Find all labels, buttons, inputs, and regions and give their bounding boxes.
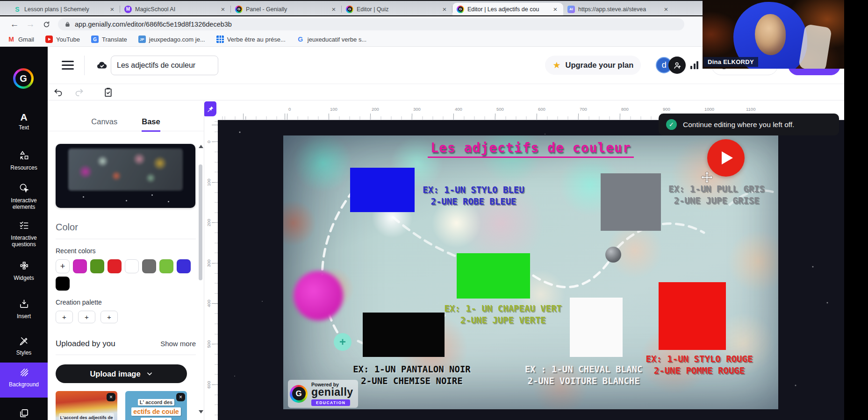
- scrollbar-thumb[interactable]: [199, 164, 202, 280]
- bokeh-blob: [294, 271, 343, 320]
- recent-color-swatch[interactable]: [159, 259, 173, 273]
- blanc-square[interactable]: [570, 298, 623, 357]
- tab-canvas[interactable]: Canvas: [91, 117, 117, 131]
- sidebar-item-text[interactable]: A Text: [0, 107, 48, 131]
- recent-color-swatch[interactable]: [177, 259, 191, 273]
- google-icon: [297, 36, 304, 43]
- rouge-example-text[interactable]: EX: 1-UN STYLO ROUGE2-UNE POMME ROUGE: [641, 353, 758, 377]
- bookmark-item[interactable]: jeuxeducatif verbe s...: [297, 36, 366, 43]
- bleu-example-text[interactable]: EX: 1-UN STYLO BLEU2-UNE ROBE BLEUE: [417, 184, 530, 207]
- bookmark-item[interactable]: Translate: [91, 36, 127, 43]
- upload-image-button[interactable]: Upload image: [56, 364, 187, 383]
- undo-icon[interactable]: [53, 87, 63, 97]
- remove-image-icon[interactable]: [107, 393, 115, 401]
- back-icon[interactable]: ←: [7, 19, 22, 29]
- browser-tab[interactable]: Panel - Genially: [231, 3, 342, 15]
- genially-logo: [290, 385, 308, 403]
- sidebar-item-widgets[interactable]: Widgets: [0, 256, 48, 281]
- add-interactive-point-button[interactable]: [334, 333, 352, 351]
- ruler-label: 500: [496, 107, 504, 112]
- upgrade-plan-button[interactable]: ★ Upgrade your plan: [545, 56, 641, 75]
- screen-edge: [844, 0, 868, 420]
- ruler-label: 1000: [704, 107, 714, 112]
- browser-tab[interactable]: M MagicSchool AI: [120, 3, 231, 15]
- sphere-element[interactable]: [605, 247, 621, 263]
- tab-close-icon[interactable]: [441, 6, 448, 13]
- tab-close-icon[interactable]: [108, 6, 116, 13]
- recent-color-swatch[interactable]: [56, 277, 70, 291]
- bookmark-item[interactable]: YouTube: [45, 36, 80, 43]
- show-more-link[interactable]: Show more: [160, 340, 196, 348]
- ruler-label: 200: [372, 107, 379, 112]
- blanc-example-text[interactable]: EX : 1-UN CHEVAL BLANC2-UNE VOITURE BLAN…: [517, 363, 650, 387]
- refresh-icon[interactable]: [38, 21, 54, 28]
- vert-example-text[interactable]: EX: 1- UN CHAPEAU VERT2-UNE JUPE VERTE: [442, 303, 564, 326]
- browser-tab[interactable]: S Lesson plans | Schemely: [9, 3, 120, 15]
- bookmark-item[interactable]: jeuxpedago.com je...: [138, 36, 205, 43]
- browser-tab[interactable]: AI https://app.steve.ai/stevea: [563, 3, 674, 15]
- gris-example-text[interactable]: EX: 1-UN PULL GRIS2-UNE JUPE GRISE: [663, 183, 770, 206]
- text-icon: A: [18, 111, 29, 122]
- clipboard-check-icon[interactable]: [103, 87, 114, 98]
- browser-tab[interactable]: Editor | Les adjectifs de cou: [452, 3, 563, 15]
- sidebar-item-interactive-elements[interactable]: Interactive elements: [0, 178, 48, 210]
- recent-color-swatch[interactable]: [142, 259, 156, 273]
- recent-color-swatch[interactable]: [90, 259, 104, 273]
- menu-icon[interactable]: [62, 61, 74, 70]
- document-title-input[interactable]: Les adjectifs de couleur: [111, 56, 218, 75]
- tab-close-icon[interactable]: [662, 6, 670, 13]
- gris-square[interactable]: [601, 173, 661, 231]
- sidebar-item-label: Interactive questions: [0, 235, 48, 248]
- sidebar-item-resources[interactable]: Resources: [0, 146, 48, 171]
- uploaded-image-thumbnail[interactable]: L' accord des ectifs de coule en françai…: [125, 391, 187, 420]
- bookmark-label: YouTube: [56, 36, 80, 43]
- sidebar-item-insert[interactable]: Insert: [0, 294, 48, 320]
- rouge-square[interactable]: [659, 282, 726, 350]
- slide[interactable]: Les adjectifs de couleur EX: 1-UN STYLO …: [283, 135, 778, 409]
- add-collaborator-button[interactable]: [668, 57, 686, 74]
- ruler-label: 600: [206, 379, 211, 390]
- sidebar-item-interactive-questions[interactable]: Interactive questions: [0, 216, 48, 248]
- noir-square[interactable]: [363, 313, 445, 357]
- creation-palette-row: [56, 311, 204, 323]
- recent-color-swatch[interactable]: [125, 259, 139, 273]
- schemely-favicon: S: [14, 6, 21, 13]
- redo-icon[interactable]: [74, 87, 84, 97]
- slide-title[interactable]: Les adjectifs de couleur: [283, 140, 778, 158]
- tab-close-icon[interactable]: [219, 6, 227, 13]
- browser-tab[interactable]: Editor | Quiz: [342, 3, 452, 15]
- panel-scrollbar[interactable]: [198, 145, 203, 413]
- bleu-square[interactable]: [350, 168, 415, 212]
- sidebar-item-styles[interactable]: Styles: [0, 331, 48, 356]
- add-color-button[interactable]: [56, 259, 70, 273]
- vert-square[interactable]: [457, 253, 530, 299]
- recent-color-swatch[interactable]: [73, 259, 87, 273]
- tab-base[interactable]: Base: [142, 117, 160, 132]
- sidebar-item-pages[interactable]: [0, 404, 48, 420]
- forward-icon[interactable]: →: [22, 19, 38, 29]
- uploaded-image-thumbnail[interactable]: L'accord des adjectifs de couleur: [56, 391, 117, 420]
- palette-add-button[interactable]: [78, 311, 95, 323]
- tab-close-icon[interactable]: [552, 6, 559, 13]
- recent-color-swatch[interactable]: [108, 259, 122, 273]
- scroll-up-icon[interactable]: [199, 145, 203, 148]
- panel-pin-button[interactable]: [204, 101, 216, 116]
- tab-close-icon[interactable]: [330, 6, 337, 13]
- url-field[interactable]: app.genially.com/editor/686f6c5e19d8f132…: [58, 18, 684, 30]
- check-icon: [666, 119, 677, 130]
- editor-canvas[interactable]: Les adjectifs de couleur EX: 1-UN STYLO …: [218, 120, 844, 420]
- scroll-down-icon[interactable]: [199, 410, 203, 413]
- palette-add-button[interactable]: [56, 311, 73, 323]
- genially-logo[interactable]: [13, 68, 34, 89]
- bookmark-item[interactable]: Verbe être au prése...: [216, 36, 286, 43]
- genially-favicon: [235, 6, 243, 13]
- remove-image-icon[interactable]: [176, 393, 185, 401]
- ruler-label: 1100: [746, 107, 755, 112]
- genially-favicon: [346, 6, 353, 13]
- sidebar-item-background[interactable]: Background: [0, 363, 48, 398]
- activity-stats-icon[interactable]: [690, 61, 698, 69]
- base-preview-thumbnail[interactable]: [56, 144, 195, 208]
- chevron-down-icon: [146, 370, 153, 377]
- bookmark-item[interactable]: M Gmail: [7, 36, 34, 43]
- palette-add-button[interactable]: [100, 311, 118, 323]
